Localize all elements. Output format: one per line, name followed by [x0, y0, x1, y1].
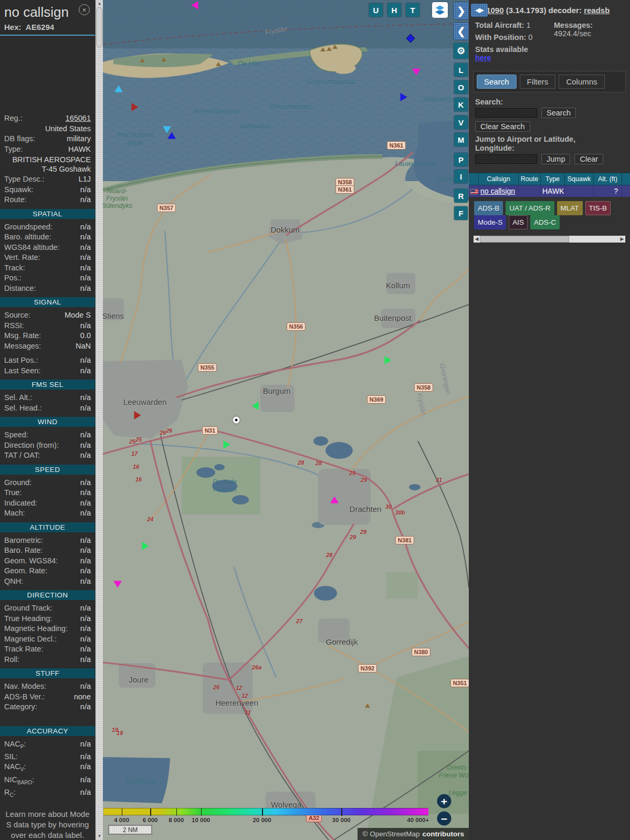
scroll-left-icon[interactable]: ◀ — [474, 236, 480, 243]
jump-button[interactable]: Jump — [541, 154, 570, 164]
tab-search[interactable]: Search — [477, 75, 517, 89]
map-button-p[interactable]: P — [454, 153, 468, 166]
flag-cell[interactable] — [469, 185, 479, 197]
map-button-o[interactable]: O — [454, 80, 468, 94]
column-header-Type[interactable]: Type — [541, 173, 565, 185]
tab-filters[interactable]: Filters — [520, 75, 556, 89]
speed-cell[interactable] — [622, 185, 630, 197]
map-button-m[interactable]: M — [454, 133, 468, 146]
data-row-value: n/a — [80, 451, 91, 460]
stats-here-link[interactable]: here — [475, 54, 491, 62]
map-button-i[interactable]: I — [454, 170, 468, 183]
table-horizontal-scrollbar[interactable]: ◀ ▶ — [474, 236, 625, 243]
data-row: Geom. WGS84:n/a — [0, 556, 95, 566]
callsign-cell[interactable]: no callsign — [479, 185, 519, 197]
data-row-value: n/a — [80, 356, 91, 365]
road-shield-n361: N361 — [387, 141, 406, 150]
selected-aircraft-marker[interactable] — [233, 417, 240, 424]
map-button-r[interactable]: R — [454, 189, 468, 203]
map[interactable]: FryslânDe HônEngelsmanplaatEilanderbultA… — [103, 0, 469, 840]
collapse-panel-button[interactable]: ❮ — [454, 23, 469, 40]
scrollbar-thumb[interactable] — [96, 7, 102, 47]
aircraft-marker[interactable] — [330, 497, 339, 503]
aircraft-marker[interactable] — [385, 356, 392, 364]
data-row-value: n/a — [80, 604, 91, 613]
column-header-flag[interactable] — [469, 173, 479, 185]
column-header-Alt. (ft)[interactable]: Alt. (ft) — [594, 173, 622, 185]
colorbar-label: 30 000 — [332, 817, 351, 823]
scroll-up-icon[interactable]: ▲ — [96, 1, 103, 7]
data-row-label: RSSI: — [4, 321, 24, 331]
tab-columns[interactable]: Columns — [559, 75, 604, 89]
map-button-t[interactable]: T — [406, 3, 419, 17]
squawk-cell[interactable] — [565, 185, 594, 197]
settings-button[interactable]: ⚙ — [454, 43, 468, 59]
column-header-Callsign[interactable]: Callsign — [479, 173, 519, 185]
jump-input[interactable] — [475, 154, 537, 164]
scroll-down-icon[interactable]: ▼ — [96, 833, 103, 839]
map-button-u[interactable]: U — [369, 3, 383, 17]
map-button-l[interactable]: L — [454, 63, 468, 77]
search-button[interactable]: Search — [541, 108, 576, 118]
data-row-value: n/a — [80, 321, 91, 331]
column-header-Spe[interactable]: Spe — [622, 173, 630, 185]
sidebar-scrollbar[interactable]: ▲ ▼ — [95, 0, 103, 840]
altitude-cell[interactable]: ? — [594, 185, 622, 197]
readsb-link[interactable]: readsb — [584, 6, 610, 15]
data-row-label: Type: — [4, 145, 23, 154]
clear-search-button[interactable]: Clear Search — [475, 121, 530, 132]
section-header-direction: DIRECTION — [0, 590, 95, 600]
aircraft-marker[interactable] — [132, 103, 139, 111]
section-header-speed: SPEED — [0, 465, 95, 475]
scroll-right-icon[interactable]: ▶ — [619, 236, 625, 243]
aircraft-marker[interactable] — [114, 86, 123, 92]
column-header-Route[interactable]: Route — [519, 173, 541, 185]
data-row: Ground Track:n/a — [0, 603, 95, 614]
hscroll-thumb[interactable] — [480, 236, 569, 243]
map-poi-triangle-icon — [140, 58, 145, 62]
aircraft-marker[interactable] — [412, 69, 421, 76]
aircraft-marker[interactable] — [401, 93, 407, 101]
aircraft-marker[interactable] — [113, 581, 122, 588]
map-button-k[interactable]: K — [454, 98, 468, 111]
data-row: Source:Mode S — [0, 310, 95, 321]
map-button-v[interactable]: V — [454, 116, 468, 129]
aircraft-marker[interactable] — [167, 132, 176, 139]
zoom-out-button[interactable]: − — [437, 812, 452, 826]
data-row-value: n/a — [80, 430, 91, 440]
clear-jump-button[interactable]: Clear — [574, 154, 603, 164]
legend-badge-uat-ads-r: UAT / ADS-R — [506, 201, 554, 215]
attribution-contributors[interactable]: contributors — [423, 830, 465, 838]
data-row-label: Groundspeed: — [4, 223, 52, 232]
data-row-value: n/a — [80, 366, 91, 376]
aircraft-marker[interactable] — [252, 402, 259, 410]
data-row: QNH:n/a — [0, 576, 95, 587]
aircraft-marker[interactable] — [142, 542, 149, 550]
aircraft-table-row[interactable]: no callsignHAWK? — [469, 185, 630, 197]
data-row-value: n/a — [80, 536, 91, 545]
layers-button[interactable] — [432, 2, 448, 18]
column-header-Squawk[interactable]: Squawk — [565, 173, 594, 185]
data-row: Baro. altitude:n/a — [0, 232, 95, 243]
close-icon[interactable]: × — [79, 4, 90, 15]
zoom-in-button[interactable]: + — [437, 794, 452, 808]
expand-panel-button[interactable]: ❯ — [454, 2, 469, 19]
panel-toggle-button[interactable]: ◀▶ — [471, 4, 488, 17]
data-row-value: HAWK — [68, 145, 91, 154]
data-row: United States — [0, 124, 95, 134]
aircraft-marker[interactable] — [134, 411, 141, 419]
type-cell[interactable]: HAWK — [541, 185, 565, 197]
search-input[interactable] — [475, 108, 537, 118]
aircraft-marker[interactable] — [192, 1, 198, 9]
data-row: SIL:n/a — [0, 752, 95, 762]
colorbar-label: 40 000+ — [407, 817, 429, 823]
data-row: Groundspeed:n/a — [0, 222, 95, 233]
map-button-f[interactable]: F — [454, 206, 468, 220]
data-row-value[interactable]: 165061 — [66, 114, 91, 123]
route-node-number: 26 — [213, 684, 219, 690]
aircraft-marker[interactable] — [224, 440, 230, 449]
route-cell[interactable] — [519, 185, 541, 197]
data-row-label: Magnetic Decl.: — [4, 635, 57, 644]
map-button-h[interactable]: H — [387, 3, 401, 17]
callsign-link[interactable]: no callsign — [480, 187, 515, 195]
